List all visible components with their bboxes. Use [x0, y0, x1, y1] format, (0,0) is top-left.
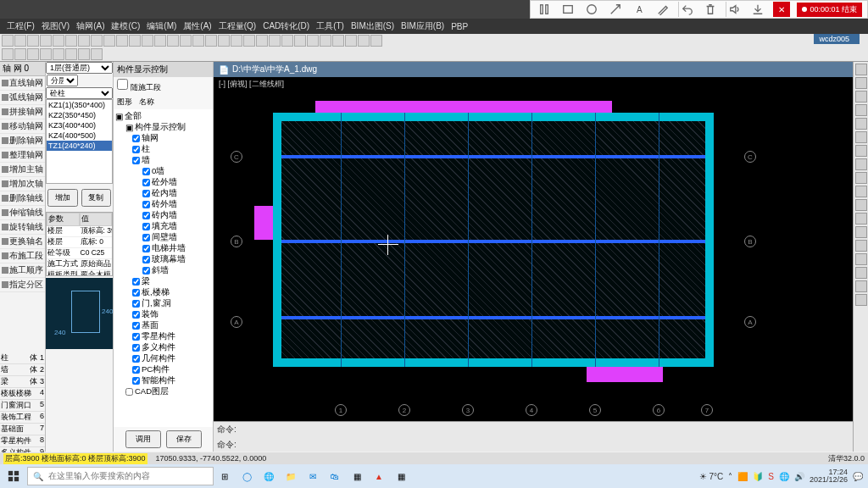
display-control-panel: 构件显示控制 随施工段 图形名称 ▣ 全部 ▣ 构件显示控制 轴网 柱 墙 0墙… — [114, 62, 214, 452]
nav-item[interactable]: 弧线轴网 — [0, 91, 45, 105]
svg-rect-1 — [546, 5, 548, 14]
menu-item[interactable]: 工具(T) — [313, 20, 348, 32]
task-view-icon[interactable]: ⊞ — [214, 464, 236, 488]
menu-item[interactable]: BIM应用(B) — [398, 20, 448, 32]
taskbar-explorer[interactable]: 📁 — [280, 464, 302, 488]
right-toolbar — [853, 62, 868, 452]
notifications-icon[interactable]: 💬 — [853, 472, 863, 481]
download-icon[interactable] — [749, 2, 766, 17]
tray-chevron-icon[interactable]: ˄ — [728, 472, 732, 481]
component-tree[interactable]: ▣ 全部 ▣ 构件显示控制 轴网 柱 墙 0墙 砼外墙 砼内墙 砖外墙 砖内墙 … — [114, 109, 213, 427]
app-titlebar — [0, 0, 556, 19]
nav-item[interactable]: 增加主轴 — [0, 163, 45, 177]
trash-icon[interactable] — [702, 2, 719, 17]
nav-item[interactable]: 旋转轴线 — [0, 220, 45, 235]
system-tray: ☀ 7°C ˄ 🟧 🔰 S 🌐 🔊 17:24 2021/12/26 💬 — [694, 469, 868, 484]
taskbar-app[interactable]: ▲ — [368, 464, 390, 488]
screen-recorder-bar: A ✕ 00:00:01 结束 — [530, 0, 868, 19]
taskbar-app[interactable]: ▦ — [390, 464, 412, 488]
list-item-selected[interactable]: TZ1(240*240) — [47, 141, 112, 151]
taskbar-mail[interactable]: ✉ — [302, 464, 324, 488]
rect-icon[interactable] — [559, 2, 576, 17]
command-input[interactable] — [239, 440, 493, 449]
category-list: 柱体 1 墙体 2 梁体 3 楼板楼梯4 门窗洞口5 装饰工程6 基础面7 零星… — [0, 352, 46, 446]
crosshair-cursor — [383, 240, 393, 250]
nav-item[interactable]: 伸缩轴线 — [0, 206, 45, 220]
type-select[interactable]: 砼柱 — [46, 87, 113, 99]
nav-item[interactable]: 拼接轴网 — [0, 105, 45, 119]
menu-item[interactable]: BIM出图(S) — [348, 20, 398, 32]
undo-icon[interactable] — [678, 2, 695, 17]
list-item[interactable]: KZ1(1)(350*400) — [47, 100, 112, 110]
menu-item[interactable]: CAD转化(D) — [259, 20, 313, 32]
nav-item[interactable]: 删除轴网 — [0, 134, 45, 148]
list-item[interactable]: KZ4(400*500) — [47, 130, 112, 141]
search-icon: 🔍 — [33, 472, 43, 481]
nav-item[interactable]: 更换轴名 — [0, 235, 45, 249]
save-button[interactable]: 保存 — [166, 430, 202, 448]
taskbar-app[interactable]: ◯ — [236, 464, 258, 488]
svg-rect-4 — [8, 471, 13, 475]
component-panel: 1层(普通层) 分层0 砼柱 KZ1(1)(350*400) KZ2(350*4… — [46, 62, 114, 452]
panel-title: 构件显示控制 — [114, 62, 213, 77]
nav-item[interactable]: 整理轴网 — [0, 148, 45, 163]
speaker-icon[interactable] — [726, 2, 743, 17]
taskbar-store[interactable]: 🛍 — [324, 464, 346, 488]
menu-item[interactable]: 属性(A) — [180, 20, 214, 32]
add-button[interactable]: 增加 — [47, 189, 78, 207]
menu-item[interactable]: 编辑(M) — [143, 20, 180, 32]
nav-item[interactable]: 增加次轴 — [0, 177, 45, 191]
secondary-window-tab[interactable]: wcdz005 — [814, 34, 860, 44]
apply-button[interactable]: 调用 — [125, 430, 161, 448]
list-item[interactable]: KZ2(350*450) — [47, 110, 112, 120]
volume-icon[interactable]: 🔊 — [794, 472, 804, 481]
left-nav-header: 轴 网 0 — [0, 62, 45, 76]
nav-item[interactable]: 直线轴网 — [0, 76, 45, 91]
taskbar-edge[interactable]: 🌐 — [258, 464, 280, 488]
copy-button[interactable]: 复制 — [81, 189, 112, 207]
taskbar-app[interactable]: ▦ — [346, 464, 368, 488]
arrow-icon[interactable] — [607, 2, 624, 17]
nav-item[interactable]: 施工顺序 — [0, 263, 45, 278]
cad-viewport[interactable]: 📄D:\中学a\中学A_1.dwg [-] [俯视] [二维线框] — [214, 62, 853, 452]
tray-icon[interactable]: 🟧 — [737, 472, 748, 481]
nav-item[interactable]: 布施工段 — [0, 249, 45, 263]
text-icon[interactable]: A — [631, 2, 648, 17]
svg-rect-0 — [541, 5, 543, 14]
status-elevation: 层高:3900 楼地面标高:0 楼层顶标高:3900 — [3, 453, 147, 464]
viewport-title: 📄D:\中学a\中学A_1.dwg — [214, 62, 853, 77]
taskbar-search[interactable]: 🔍在这里输入你要搜索的内容 — [27, 467, 214, 485]
close-recorder-icon[interactable]: ✕ — [773, 2, 790, 17]
taskbar-clock[interactable]: 17:24 2021/12/26 — [810, 469, 848, 484]
nav-item[interactable]: 删除轴线 — [0, 191, 45, 206]
menu-item[interactable]: 视图(V) — [38, 20, 73, 32]
tray-icon[interactable]: S — [768, 472, 774, 481]
component-list: KZ1(1)(350*400) KZ2(350*450) KZ3(400*400… — [46, 99, 113, 184]
menu-bar: 工程(F) 视图(V) 轴网(A) 建模(C) 编辑(M) 属性(A) 工程量(… — [0, 19, 868, 34]
menu-item[interactable]: 工程(F) — [3, 20, 38, 32]
command-area: 命令: 命令: — [214, 421, 853, 452]
section-preview: 240 240 — [46, 278, 113, 349]
layer-select[interactable]: 分层0 — [47, 75, 78, 86]
menu-item[interactable]: 工程量(Q) — [215, 20, 259, 32]
property-table: 参数值 楼层顶标高: 3900 楼层底标: 0 砼等级C0 C25 施工方式原始… — [46, 212, 113, 276]
weather-widget[interactable]: ☀ 7°C — [699, 472, 724, 481]
windows-taskbar: 🔍在这里输入你要搜索的内容 ⊞ ◯ 🌐 📁 ✉ 🛍 ▦ ▲ ▦ ☀ 7°C ˄ … — [0, 464, 868, 488]
nav-item[interactable]: 指定分区 — [0, 278, 45, 292]
toolbar-button[interactable] — [2, 35, 14, 47]
recording-timer[interactable]: 00:00:01 结束 — [797, 3, 862, 17]
pen-icon[interactable] — [654, 2, 671, 17]
start-button[interactable] — [0, 464, 27, 488]
pause-icon[interactable] — [536, 2, 553, 17]
network-icon[interactable]: 🌐 — [779, 472, 789, 481]
tray-icon[interactable]: 🔰 — [753, 472, 763, 481]
svg-rect-2 — [564, 6, 573, 14]
circle-icon[interactable] — [583, 2, 600, 17]
menu-item[interactable]: PBP — [448, 22, 471, 31]
menu-item[interactable]: 轴网(A) — [73, 20, 108, 32]
nav-item[interactable]: 移动轴网 — [0, 119, 45, 134]
list-item[interactable]: KZ3(400*400) — [47, 120, 112, 130]
floor-select[interactable]: 1层(普通层) — [46, 62, 113, 74]
menu-item[interactable]: 建模(C) — [108, 20, 143, 32]
floor-plan-drawing: 1 2 3 4 5 6 7 A B C A B C — [273, 113, 714, 367]
